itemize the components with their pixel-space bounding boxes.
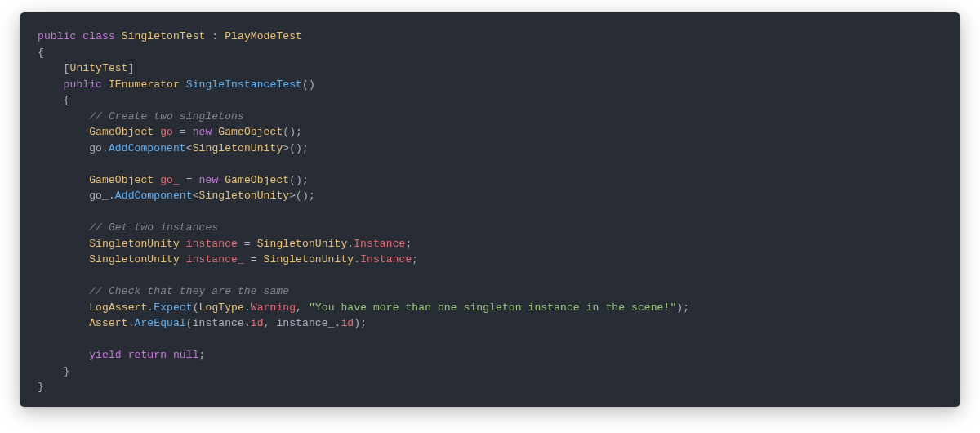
dot: .	[128, 317, 135, 329]
punc: ();	[296, 190, 315, 202]
dot: .	[109, 190, 115, 202]
dot: .	[244, 301, 251, 314]
semi: ;	[405, 238, 412, 250]
open-paren: (	[193, 301, 199, 314]
punc: ();	[283, 126, 302, 138]
return-type: IEnumerator	[109, 78, 180, 91]
ctor: GameObject	[225, 174, 289, 186]
brace: {	[64, 94, 70, 106]
punc: ();	[289, 142, 309, 154]
class-ref: SingletonUnity	[264, 253, 354, 266]
ctor: GameObject	[218, 126, 283, 138]
class-name: SingletonTest	[122, 30, 206, 42]
method-name: SingleInstanceTest	[186, 78, 302, 91]
local-var: instance_	[186, 253, 244, 266]
enum-member: Warning	[251, 301, 296, 314]
local-var: go_	[160, 174, 180, 186]
parens: ()	[302, 78, 315, 91]
colon: :	[205, 30, 225, 42]
method: AddComponent	[115, 190, 193, 202]
eq: =	[173, 126, 193, 138]
kw-yield: yield	[89, 349, 122, 361]
kw-class: class	[82, 30, 115, 42]
comma: ,	[296, 301, 309, 314]
local-var: instance	[186, 238, 238, 250]
field: id	[251, 317, 264, 329]
attr-open: [	[64, 62, 70, 74]
arg: instance	[193, 317, 244, 329]
kw-return: return	[128, 349, 167, 361]
field: id	[341, 317, 354, 329]
eq: =	[238, 238, 257, 250]
generic-type: SingletonUnity	[193, 142, 283, 154]
semi: ;	[412, 253, 418, 266]
type: GameObject	[89, 126, 154, 138]
kw-public: public	[64, 78, 102, 91]
open-paren: (	[186, 317, 193, 329]
type: SingletonUnity	[89, 253, 180, 266]
type: SingletonUnity	[89, 238, 180, 250]
code-block: public class SingletonTest : PlayModeTes…	[20, 12, 960, 408]
base-class: PlayModeTest	[225, 30, 302, 42]
method: Expect	[154, 301, 192, 314]
gt: >	[289, 190, 296, 202]
type: GameObject	[89, 174, 154, 186]
dot: .	[102, 142, 109, 154]
close: );	[676, 301, 689, 314]
comment: // Get two instances	[89, 221, 218, 234]
brace: }	[64, 365, 70, 377]
eq: =	[180, 174, 199, 186]
class-ref: LogType	[199, 301, 244, 314]
attr-close: ]	[128, 62, 135, 74]
kw-public: public	[38, 30, 76, 42]
class-ref: SingletonUnity	[257, 238, 348, 250]
dot: .	[354, 253, 360, 266]
property: Instance	[360, 253, 412, 266]
kw-null: null	[173, 349, 199, 361]
attribute-name: UnityTest	[70, 62, 128, 74]
lt: <	[186, 142, 193, 154]
kw-new: new	[193, 126, 212, 138]
generic-type: SingletonUnity	[199, 190, 290, 202]
arg: instance_	[276, 317, 334, 329]
semi: ;	[199, 349, 206, 361]
local-var: go	[160, 126, 173, 138]
kw-new: new	[199, 174, 219, 186]
property: Instance	[354, 238, 405, 250]
class-ref: Assert	[89, 317, 127, 329]
obj: go	[89, 142, 102, 154]
brace: {	[38, 47, 44, 59]
lt: <	[193, 190, 199, 202]
comment: // Check that they are the same	[89, 285, 289, 297]
code-editor-window: public class SingletonTest : PlayModeTes…	[20, 12, 960, 407]
dot: .	[244, 317, 251, 329]
method: AreEqual	[135, 317, 186, 329]
eq: =	[244, 253, 264, 266]
brace: }	[38, 381, 44, 393]
class-ref: LogAssert	[89, 301, 147, 314]
comment: // Create two singletons	[89, 110, 244, 123]
obj: go_	[89, 190, 109, 202]
close: );	[354, 317, 367, 329]
punc: ();	[289, 174, 309, 186]
comma: ,	[264, 317, 277, 329]
string-literal: "You have more than one singleton instan…	[309, 301, 676, 314]
method: AddComponent	[109, 142, 186, 154]
